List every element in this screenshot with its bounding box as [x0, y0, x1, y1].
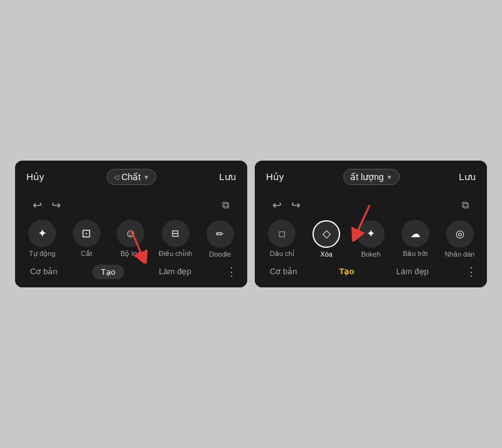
right-more-button[interactable]: ⋮ — [466, 265, 477, 279]
right-panel: Hủy ất lượng ▼ Lưu — [255, 161, 487, 287]
right-bottom-controls: ↩ ↪ ⧉ □ Dấu chỉ ◇ Xóa ✦ Bokeh — [255, 193, 487, 287]
left-controls-row: ↩ ↪ ⧉ — [15, 198, 247, 212]
right-redo-icon[interactable]: ↪ — [286, 198, 305, 212]
left-undo-icon[interactable]: ↩ — [28, 198, 46, 212]
right-save-button[interactable]: Lưu — [459, 171, 476, 183]
right-tools-row: □ Dấu chỉ ◇ Xóa ✦ Bokeh ☁ Bầu trời ◎ N — [255, 216, 487, 262]
tool-auto[interactable]: ✦ Tự động — [26, 220, 58, 258]
right-cancel-button[interactable]: Hủy — [266, 171, 284, 183]
left-tabs-row: Cơ bản Tạo Làm đẹp ⋮ — [15, 262, 247, 284]
left-tab-basic[interactable]: Cơ bản — [25, 264, 62, 279]
adjust-label: Điều chỉnh — [159, 250, 192, 258]
left-bottom-controls: ↩ ↪ ⧉ ✦ Tự động ⊡ Cắt ☺ Bộ lọc — [15, 193, 247, 287]
adjust-icon: ⊟ — [162, 220, 190, 247]
doodle-label: Doodle — [209, 250, 231, 258]
main-container: Hủy ◁ Chất ▼ Lưu — [10, 156, 492, 292]
auto-label: Tự động — [29, 250, 55, 258]
tool-doodle[interactable]: ✏ Doodle — [204, 220, 237, 258]
left-tabs-wrapper: Cơ bản Tạo Làm đẹp ⋮ — [15, 262, 247, 284]
left-cancel-button[interactable]: Hủy — [26, 171, 44, 183]
left-panel: Hủy ◁ Chất ▼ Lưu — [15, 161, 247, 287]
tool-adjust[interactable]: ⊟ Điều chỉnh — [159, 220, 192, 258]
right-tab-basic[interactable]: Cơ bản — [265, 264, 302, 279]
left-quality-badge[interactable]: ◁ Chất ▼ — [107, 169, 156, 185]
right-top-bar: Hủy ất lượng ▼ Lưu — [255, 161, 487, 193]
crop-icon: ⊡ — [73, 220, 100, 247]
doodle-icon: ✏ — [206, 220, 234, 248]
right-quality-label: ất lượng — [350, 172, 383, 182]
sky-icon: ☁ — [402, 220, 429, 247]
right-controls-row: ↩ ↪ ⧉ — [255, 198, 487, 212]
tool-erase[interactable]: ◇ Xóa — [310, 220, 343, 258]
tool-crop[interactable]: ⊡ Cắt — [70, 220, 103, 258]
right-undo-icon[interactable]: ↩ — [267, 198, 286, 212]
right-tab-beauty[interactable]: Làm đẹp — [392, 264, 434, 279]
tool-markup[interactable]: □ Dấu chỉ — [265, 220, 298, 258]
tool-sticker[interactable]: ◎ Nhãn dán — [444, 220, 476, 258]
filter-icon: ☺ — [117, 220, 144, 247]
right-quality-badge[interactable]: ất lượng ▼ — [343, 169, 399, 185]
right-compare-icon[interactable]: ⧉ — [456, 200, 474, 211]
erase-label: Xóa — [320, 250, 333, 258]
left-quality-chevron: ▼ — [143, 174, 149, 181]
right-tabs-row: Cơ bản Tạo Làm đẹp ⋮ — [255, 262, 487, 284]
erase-icon: ◇ — [312, 220, 340, 248]
tool-sky[interactable]: ☁ Bầu trời — [399, 220, 432, 258]
sticker-label: Nhãn dán — [445, 250, 475, 258]
auto-icon: ✦ — [28, 220, 56, 247]
markup-icon: □ — [268, 220, 296, 247]
left-tab-create[interactable]: Tạo — [92, 265, 124, 279]
right-quality-chevron: ▼ — [387, 174, 393, 181]
left-save-button[interactable]: Lưu — [219, 171, 236, 183]
filter-label: Bộ lọc — [120, 250, 141, 258]
left-tab-create-wrapper: Tạo — [92, 266, 124, 277]
left-quality-arrow: ◁ — [114, 173, 119, 181]
bokeh-label: Bokeh — [361, 250, 380, 258]
left-compare-icon[interactable]: ⧉ — [216, 200, 235, 211]
left-redo-icon[interactable]: ↪ — [46, 198, 65, 212]
bokeh-icon: ✦ — [357, 220, 385, 248]
tool-filter[interactable]: ☺ Bộ lọc — [114, 220, 147, 258]
sticker-icon: ◎ — [446, 220, 474, 248]
left-tools-row: ✦ Tự động ⊡ Cắt ☺ Bộ lọc ⊟ Điều chỉnh ✏ — [15, 216, 247, 262]
left-top-bar: Hủy ◁ Chất ▼ Lưu — [15, 161, 247, 193]
markup-label: Dấu chỉ — [270, 250, 294, 258]
right-tabs-wrapper: Cơ bản Tạo Làm đẹp ⋮ — [255, 262, 487, 284]
left-tab-beauty[interactable]: Làm đẹp — [154, 264, 196, 279]
right-tab-create[interactable]: Tạo — [334, 264, 360, 279]
left-quality-label: Chất — [121, 172, 141, 182]
sky-label: Bầu trời — [403, 250, 428, 258]
crop-label: Cắt — [81, 250, 92, 258]
left-more-button[interactable]: ⋮ — [226, 265, 237, 279]
tool-bokeh[interactable]: ✦ Bokeh — [355, 220, 387, 258]
